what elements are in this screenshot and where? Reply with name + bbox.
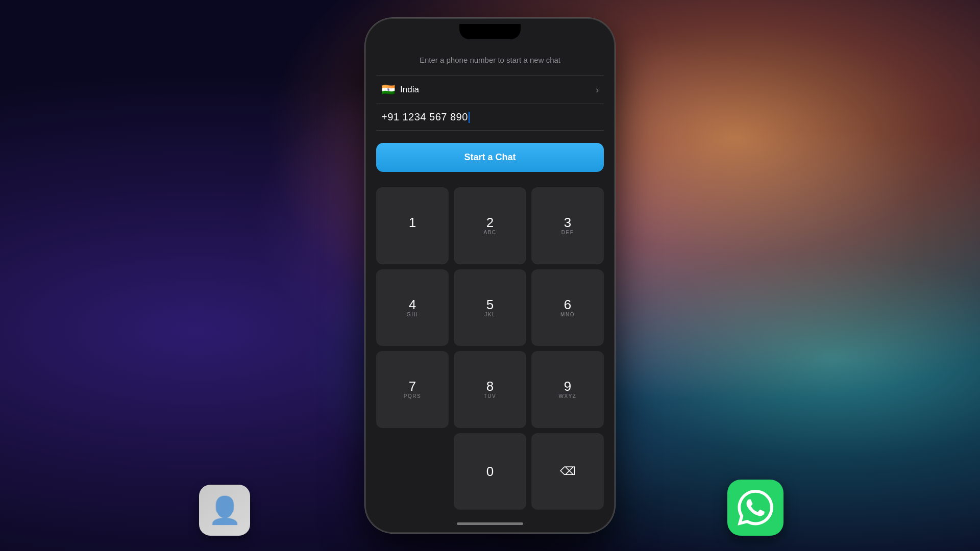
home-bar [457, 522, 523, 525]
phone-frame: Enter a phone number to start a new chat… [365, 18, 615, 533]
whatsapp-logo-icon [738, 490, 773, 525]
key-8[interactable]: 8 TUV [454, 351, 526, 428]
chevron-right-icon: › [596, 85, 599, 95]
key-6[interactable]: 6 MNO [531, 269, 604, 346]
whatsapp-app-icon[interactable] [727, 480, 783, 536]
key-5[interactable]: 5 JKL [454, 269, 526, 346]
country-name: India [400, 85, 419, 95]
key-2[interactable]: 2 ABC [454, 187, 526, 264]
key-0[interactable]: 0 [454, 433, 526, 510]
key-4[interactable]: 4 GHI [376, 269, 449, 346]
key-9[interactable]: 9 WXYZ [531, 351, 604, 428]
keypad-row-2: 4 GHI 5 JKL 6 MNO [376, 269, 604, 346]
country-flag-icon: 🇮🇳 [381, 83, 395, 96]
notch [459, 24, 521, 39]
phone-number-display: +91 1234 567 890 [381, 111, 468, 123]
text-cursor [469, 112, 470, 123]
keypad: 1 2 ABC 3 DEF 4 GHI [366, 182, 614, 515]
country-selector[interactable]: 🇮🇳 India › [376, 76, 604, 104]
key-empty [376, 433, 449, 510]
phone-top-bar [366, 19, 614, 44]
delete-button[interactable]: ⌫ [531, 433, 604, 510]
phone-screen: Enter a phone number to start a new chat… [366, 19, 614, 532]
contacts-person-icon: 👤 [208, 495, 241, 526]
contacts-app-icon[interactable]: 👤 [199, 485, 250, 536]
key-1[interactable]: 1 [376, 187, 449, 264]
start-chat-button[interactable]: Start a Chat [376, 143, 604, 172]
instruction-text: Enter a phone number to start a new chat [366, 44, 614, 76]
backspace-icon: ⌫ [560, 465, 576, 478]
key-7[interactable]: 7 PQRS [376, 351, 449, 428]
keypad-row-1: 1 2 ABC 3 DEF [376, 187, 604, 264]
phone-content: Enter a phone number to start a new chat… [366, 44, 614, 515]
keypad-row-4: 0 ⌫ [376, 433, 604, 510]
home-indicator[interactable] [366, 515, 614, 532]
country-left: 🇮🇳 India [381, 83, 419, 96]
key-3[interactable]: 3 DEF [531, 187, 604, 264]
keypad-row-3: 7 PQRS 8 TUV 9 WXYZ [376, 351, 604, 428]
phone-input-row[interactable]: +91 1234 567 890 [376, 104, 604, 131]
